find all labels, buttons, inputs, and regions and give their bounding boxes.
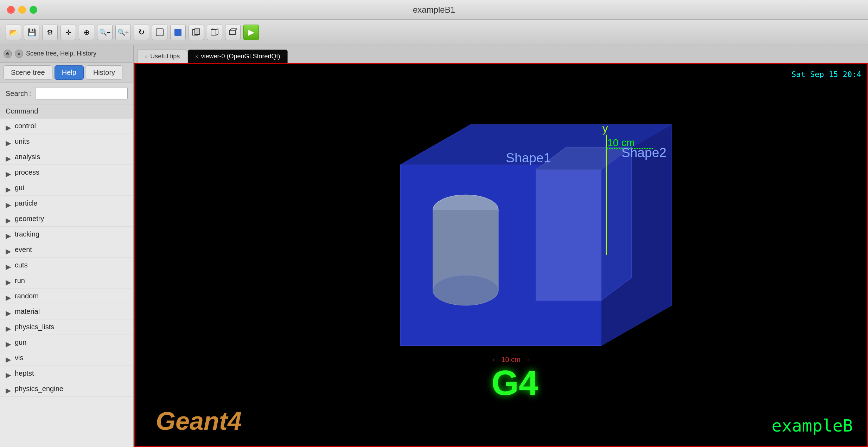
command-label: tracking bbox=[15, 230, 39, 238]
view-box-outline-btn[interactable] bbox=[152, 25, 167, 40]
expand-arrow-icon: ▶ bbox=[6, 232, 11, 237]
view-front-btn[interactable] bbox=[189, 25, 204, 40]
left-panel: ⊗ ◈ Scene tree, Help, History Scene tree… bbox=[0, 45, 134, 447]
command-item-vis[interactable]: ▶vis bbox=[0, 350, 133, 366]
g4-logo-text: G4 bbox=[491, 365, 538, 400]
g4-measurement: ← 10 cm → bbox=[491, 356, 538, 364]
rotate-btn[interactable]: ↻ bbox=[134, 25, 149, 40]
tab-bar: Scene tree Help History bbox=[0, 63, 133, 83]
close-button[interactable] bbox=[7, 6, 15, 14]
command-label: units bbox=[15, 137, 30, 145]
viewer-0-label: viewer-0 (OpenGLStoredQt) bbox=[201, 53, 280, 60]
command-item-gui[interactable]: ▶gui bbox=[0, 180, 133, 196]
zoom-out-btn[interactable]: 🔍− bbox=[97, 25, 113, 40]
minimize-button[interactable] bbox=[18, 6, 26, 14]
svg-rect-9 bbox=[230, 30, 235, 34]
target-btn[interactable]: ⊕ bbox=[79, 25, 94, 40]
expand-arrow-icon: ▶ bbox=[6, 309, 11, 315]
expand-arrow-icon: ▶ bbox=[6, 371, 11, 376]
command-label: gun bbox=[15, 338, 26, 346]
viewer-tab-strip: × Useful tips × viewer-0 (OpenGLStoredQt… bbox=[134, 45, 868, 63]
command-item-tracking[interactable]: ▶tracking bbox=[0, 227, 133, 242]
command-item-random[interactable]: ▶random bbox=[0, 289, 133, 304]
expand-arrow-icon: ▶ bbox=[6, 355, 11, 361]
tab-scene-tree[interactable]: Scene tree bbox=[4, 65, 52, 80]
window-title: exampleB1 bbox=[413, 5, 455, 15]
view-side-btn[interactable] bbox=[207, 25, 222, 40]
command-item-control[interactable]: ▶control bbox=[0, 118, 133, 134]
command-item-physics_lists[interactable]: ▶physics_lists bbox=[0, 319, 133, 335]
move-btn[interactable]: ✛ bbox=[60, 25, 76, 40]
titlebar: exampleB1 bbox=[0, 0, 868, 20]
viewport[interactable]: Sat Sep 15 20:4 y bbox=[134, 63, 868, 447]
panel-pin-btn[interactable]: ⊗ bbox=[4, 50, 12, 58]
g4-logo-area: ← 10 cm → G4 bbox=[491, 356, 538, 400]
example-label: exampleB bbox=[772, 416, 853, 435]
svg-rect-1 bbox=[174, 29, 181, 36]
toolbar: 📂 💾 ⚙ ✛ ⊕ 🔍− 🔍+ ↻ ▶ bbox=[0, 20, 868, 45]
command-label: geometry bbox=[15, 215, 44, 223]
settings-btn[interactable]: ⚙ bbox=[42, 25, 58, 40]
command-label: event bbox=[15, 246, 32, 254]
command-item-material[interactable]: ▶material bbox=[0, 304, 133, 319]
svg-rect-4 bbox=[211, 30, 216, 35]
command-item-gun[interactable]: ▶gun bbox=[0, 335, 133, 350]
expand-arrow-icon: ▶ bbox=[6, 170, 11, 175]
open-btn[interactable]: 📂 bbox=[6, 25, 21, 40]
command-item-process[interactable]: ▶process bbox=[0, 165, 133, 180]
expand-arrow-icon: ▶ bbox=[6, 340, 11, 345]
geant4-logo: Geant4 bbox=[156, 407, 242, 435]
expand-arrow-icon: ▶ bbox=[6, 216, 11, 222]
right-panel: × Useful tips × viewer-0 (OpenGLStoredQt… bbox=[134, 45, 868, 447]
command-label: physics_lists bbox=[15, 323, 54, 331]
command-item-heptst[interactable]: ▶heptst bbox=[0, 366, 133, 381]
command-item-physics_engine[interactable]: ▶physics_engine bbox=[0, 381, 133, 397]
command-item-event[interactable]: ▶event bbox=[0, 242, 133, 258]
expand-arrow-icon: ▶ bbox=[6, 263, 11, 268]
expand-arrow-icon: ▶ bbox=[6, 201, 11, 206]
command-label: heptst bbox=[15, 369, 34, 377]
expand-arrow-icon: ▶ bbox=[6, 154, 11, 160]
command-label: physics_engine bbox=[15, 385, 63, 393]
expand-arrow-icon: ▶ bbox=[6, 139, 11, 144]
window-controls bbox=[7, 6, 37, 14]
command-header: Command bbox=[0, 104, 133, 118]
maximize-button[interactable] bbox=[30, 6, 37, 14]
view-solid-btn[interactable] bbox=[170, 25, 186, 40]
command-item-units[interactable]: ▶units bbox=[0, 134, 133, 149]
command-item-cuts[interactable]: ▶cuts bbox=[0, 258, 133, 273]
zoom-in-btn[interactable]: 🔍+ bbox=[115, 25, 131, 40]
command-label: gui bbox=[15, 184, 24, 192]
useful-tips-close-icon[interactable]: × bbox=[145, 54, 147, 59]
play-btn[interactable]: ▶ bbox=[243, 25, 259, 40]
view-top-btn[interactable] bbox=[225, 25, 241, 40]
command-item-particle[interactable]: ▶particle bbox=[0, 196, 133, 211]
expand-arrow-icon: ▶ bbox=[6, 278, 11, 284]
panel-detach-btn[interactable]: ◈ bbox=[15, 50, 23, 58]
command-item-geometry[interactable]: ▶geometry bbox=[0, 211, 133, 227]
tab-history[interactable]: History bbox=[86, 65, 122, 80]
search-input[interactable] bbox=[35, 87, 128, 100]
svg-rect-0 bbox=[156, 29, 163, 36]
save-btn[interactable]: 💾 bbox=[24, 25, 39, 40]
command-item-run[interactable]: ▶run bbox=[0, 273, 133, 289]
viewer-0-close-icon[interactable]: × bbox=[195, 54, 198, 59]
tab-useful-tips[interactable]: × Useful tips bbox=[137, 50, 187, 63]
command-label: material bbox=[15, 307, 40, 316]
command-label: vis bbox=[15, 354, 23, 362]
search-bar: Search : bbox=[0, 83, 133, 104]
search-label: Search : bbox=[6, 90, 32, 98]
svg-marker-16 bbox=[536, 170, 601, 300]
tab-help[interactable]: Help bbox=[55, 65, 84, 80]
command-item-analysis[interactable]: ▶analysis bbox=[0, 149, 133, 165]
command-list: Command ▶control▶units▶analysis▶process▶… bbox=[0, 104, 133, 447]
expand-arrow-icon: ▶ bbox=[6, 324, 11, 330]
svg-text:Shape1: Shape1 bbox=[506, 150, 551, 165]
command-label: random bbox=[15, 292, 39, 300]
useful-tips-label: Useful tips bbox=[150, 53, 180, 60]
svg-rect-3 bbox=[195, 29, 200, 34]
svg-text:y: y bbox=[602, 122, 608, 135]
expand-arrow-icon: ▶ bbox=[6, 386, 11, 392]
expand-arrow-icon: ▶ bbox=[6, 293, 11, 299]
tab-viewer-0[interactable]: × viewer-0 (OpenGLStoredQt) bbox=[188, 50, 287, 63]
